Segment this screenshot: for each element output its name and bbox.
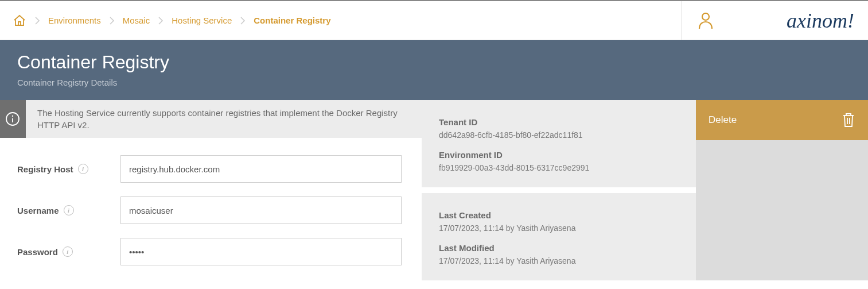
topbar-right: axinom! xyxy=(681,1,868,40)
registry-host-input[interactable] xyxy=(120,155,402,183)
breadcrumb-current: Container Registry xyxy=(254,16,330,25)
page-subtitle: Container Registry Details xyxy=(17,78,851,87)
breadcrumb-link-hosting-service[interactable]: Hosting Service xyxy=(172,16,232,25)
password-label: Password i xyxy=(17,246,120,257)
body: The Hosting Service currently supports c… xyxy=(0,100,868,280)
topbar: Environments Mosaic Hosting Service Cont… xyxy=(0,0,868,40)
info-circle-icon[interactable]: i xyxy=(64,205,74,215)
svg-point-2 xyxy=(12,115,13,117)
meta-block-ids: Tenant ID dd642a98-6cfb-4185-bf80-ef22ad… xyxy=(422,100,696,187)
info-text: The Hosting Service currently supports c… xyxy=(26,100,422,138)
breadcrumb: Environments Mosaic Hosting Service Cont… xyxy=(0,14,330,28)
form-row-username: Username i xyxy=(17,196,422,224)
chevron-right-icon xyxy=(240,17,246,25)
meta-tenant-id: Tenant ID dd642a98-6cfb-4185-bf80-ef22ad… xyxy=(439,117,679,140)
registry-host-label: Registry Host i xyxy=(17,164,120,174)
delete-label: Delete xyxy=(709,114,737,126)
info-circle-icon[interactable]: i xyxy=(63,246,73,257)
chevron-right-icon xyxy=(109,17,115,25)
main-column: The Hosting Service currently supports c… xyxy=(0,100,422,280)
breadcrumb-link-mosaic[interactable]: Mosaic xyxy=(123,16,150,25)
password-input[interactable] xyxy=(120,238,402,265)
chevron-right-icon xyxy=(158,17,164,25)
actions-column: Delete xyxy=(696,100,868,280)
home-icon[interactable] xyxy=(13,14,26,28)
breadcrumb-link-environments[interactable]: Environments xyxy=(48,16,101,25)
meta-last-created: Last Created 17/07/2023, 11:14 by Yasith… xyxy=(439,210,679,233)
info-banner: The Hosting Service currently supports c… xyxy=(0,100,422,138)
trash-icon xyxy=(842,112,855,128)
header-band: Container Registry Container Registry De… xyxy=(0,40,868,100)
form-row-password: Password i xyxy=(17,238,422,265)
username-label: Username i xyxy=(17,205,120,215)
meta-last-modified: Last Modified 17/07/2023, 11:14 by Yasit… xyxy=(439,243,679,265)
delete-button[interactable]: Delete xyxy=(696,100,868,140)
form: Registry Host i Username i Password i xyxy=(0,138,422,265)
user-icon[interactable] xyxy=(698,11,714,30)
meta-environment-id: Environment ID fb919929-00a3-43dd-8015-6… xyxy=(439,150,679,172)
chevron-right-icon xyxy=(34,17,40,25)
username-input[interactable] xyxy=(120,196,402,224)
svg-point-0 xyxy=(702,13,709,20)
meta-block-timestamps: Last Created 17/07/2023, 11:14 by Yasith… xyxy=(422,187,696,280)
form-row-registry-host: Registry Host i xyxy=(17,155,422,183)
brand-logo: axinom! xyxy=(787,9,854,33)
page-title: Container Registry xyxy=(17,52,851,73)
info-icon xyxy=(0,100,26,138)
info-circle-icon[interactable]: i xyxy=(78,164,88,174)
meta-column: Tenant ID dd642a98-6cfb-4185-bf80-ef22ad… xyxy=(422,100,696,280)
